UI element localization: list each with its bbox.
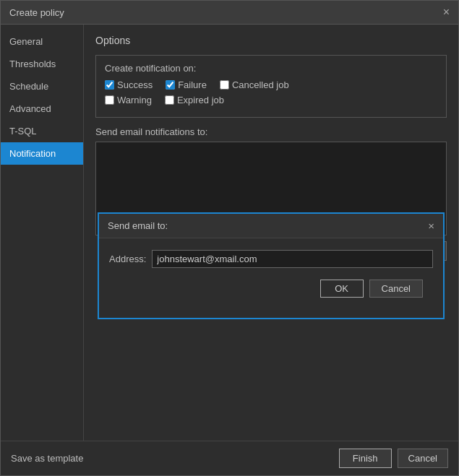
cancelled-job-checkbox[interactable] — [220, 80, 229, 90]
checkbox-expired-job: Expired job — [165, 95, 224, 105]
sub-dialog-header: Send email to: × — [99, 214, 443, 238]
sub-dialog-body: Address: OK Cancel — [99, 238, 443, 318]
address-label: Address: — [109, 254, 146, 264]
sub-dialog-cancel-button[interactable]: Cancel — [369, 280, 423, 298]
sidebar: General Thresholds Schedule Advanced T-S… — [1, 25, 84, 441]
sub-dialog-close-button[interactable]: × — [428, 220, 434, 232]
section-title: Options — [95, 35, 447, 46]
email-notifications-label: Send email notifications to: — [95, 126, 447, 137]
warning-checkbox[interactable] — [105, 95, 114, 105]
checkbox-failure: Failure — [166, 79, 207, 90]
dialog-title: Create policy — [9, 7, 64, 18]
failure-checkbox[interactable] — [166, 80, 175, 90]
checkbox-cancelled-job: Cancelled job — [220, 79, 289, 90]
checkbox-warning: Warning — [105, 95, 152, 105]
success-checkbox[interactable] — [105, 80, 114, 90]
footer-right-buttons: Finish Cancel — [339, 449, 448, 468]
checkbox-success: Success — [105, 79, 153, 90]
warning-label[interactable]: Warning — [117, 95, 152, 105]
address-input[interactable] — [152, 250, 433, 268]
sidebar-item-general[interactable]: General — [1, 30, 83, 53]
sub-dialog-footer: OK Cancel — [109, 280, 433, 306]
sidebar-item-schedule[interactable]: Schedule — [1, 75, 83, 98]
cancel-button[interactable]: Cancel — [398, 449, 448, 468]
success-label[interactable]: Success — [117, 79, 153, 90]
failure-label[interactable]: Failure — [178, 79, 207, 90]
main-content: Options Create notification on: Success … — [84, 25, 458, 441]
dialog-close-button[interactable]: × — [443, 7, 450, 18]
dialog-footer: Save as template Finish Cancel — [1, 441, 458, 475]
create-policy-dialog: Create policy × General Thresholds Sched… — [0, 0, 459, 476]
sub-dialog-title: Send email to: — [108, 220, 168, 231]
expired-job-checkbox[interactable] — [165, 95, 174, 105]
expired-job-label[interactable]: Expired job — [177, 95, 224, 105]
sub-dialog-ok-button[interactable]: OK — [320, 280, 364, 298]
cancelled-job-label[interactable]: Cancelled job — [232, 79, 289, 90]
finish-button[interactable]: Finish — [339, 449, 392, 468]
title-bar: Create policy × — [1, 1, 458, 25]
sidebar-item-tsql[interactable]: T-SQL — [1, 120, 83, 142]
sidebar-item-advanced[interactable]: Advanced — [1, 98, 83, 120]
notification-box-title: Create notification on: — [105, 63, 437, 74]
notification-options-box: Create notification on: Success Failure … — [95, 55, 447, 118]
sidebar-item-thresholds[interactable]: Thresholds — [1, 53, 83, 75]
address-row: Address: — [109, 250, 433, 268]
content-area: General Thresholds Schedule Advanced T-S… — [1, 25, 458, 441]
save-as-template-button[interactable]: Save as template — [11, 453, 83, 464]
checkbox-row-bottom: Warning Expired job — [105, 95, 437, 105]
sidebar-item-notification[interactable]: Notification — [1, 142, 83, 165]
send-email-dialog: Send email to: × Address: OK Cancel — [98, 212, 445, 319]
checkbox-row-top: Success Failure Cancelled job — [105, 79, 437, 90]
